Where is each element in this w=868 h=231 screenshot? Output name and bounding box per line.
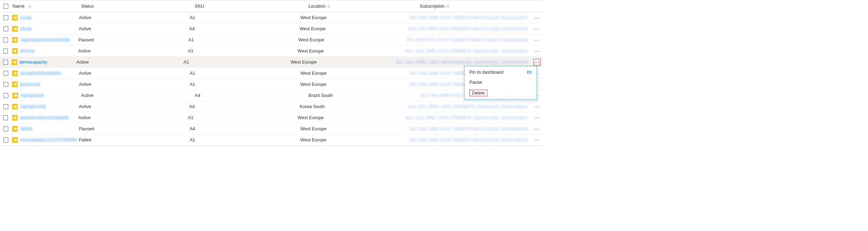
resource-name-link[interactable]: mgmakcomly (20, 104, 46, 109)
row-checkbox[interactable] (3, 15, 8, 20)
row-name-cell: gomescap (11, 82, 79, 87)
resource-name-link[interactable]: capacityapitestdontdelete (20, 37, 71, 42)
more-actions-button[interactable]: ··· (533, 36, 540, 43)
table-row[interactable]: testcapacitys21ss70158084sFailedA1West E… (0, 134, 542, 146)
row-name-cell: mgcapbrazil (12, 93, 81, 98)
resource-name-link[interactable]: a1sap (20, 15, 32, 20)
resource-icon (12, 137, 18, 143)
column-header-status[interactable]: Status (81, 3, 195, 9)
column-header-name[interactable]: Name ↑↓ (12, 3, 81, 9)
row-checkbox-cell (0, 93, 12, 98)
resource-name-link[interactable]: democapacity (19, 59, 47, 65)
row-name-cell: a4sap (11, 26, 79, 32)
table-row[interactable]: mgcapbrazilActiveA4Brazil SouthTest Test… (0, 90, 542, 101)
column-header-status-label: Status (81, 3, 94, 9)
row-status-cell: Active (76, 59, 183, 65)
resource-icon (12, 15, 18, 20)
row-checkbox[interactable] (3, 104, 8, 109)
row-checkbox[interactable] (3, 60, 8, 65)
resource-name-link[interactable]: testcapacitys21ss70158084s (20, 137, 78, 142)
resource-icon (12, 48, 18, 54)
table-row[interactable]: capacityapitestdontdeletePausedA1West Eu… (0, 34, 542, 46)
table-row[interactable]: democapacityActiveA1West Europetest_test… (0, 57, 542, 68)
row-sku-cell: A1 (188, 115, 297, 120)
row-status-cell: Active (79, 104, 189, 109)
row-sku-cell: A4 (189, 26, 300, 31)
resource-name-link[interactable]: mgcapbrazil (20, 93, 44, 98)
row-name-cell: mgmakcomly (11, 104, 79, 109)
row-name-cell: pbiautomationdontdelete (11, 115, 78, 121)
row-sku-cell: A4 (195, 93, 309, 98)
row-status-cell: Active (79, 82, 190, 87)
resource-icon (12, 93, 18, 98)
resource-name-link[interactable]: gomescap (20, 82, 41, 87)
row-sku-cell: A1 (188, 37, 298, 42)
column-header-location[interactable]: Location ↑↓ (309, 3, 420, 9)
column-header-sku[interactable]: SKU (195, 3, 309, 9)
more-actions-button[interactable]: ··· (533, 14, 540, 21)
resource-name-link[interactable]: taibest (20, 126, 33, 131)
row-checkbox[interactable] (3, 71, 8, 76)
resource-name-link[interactable]: a3sapitestdontdelete (20, 71, 61, 76)
row-subscription-cell: test_test_MMI_v5v5_PR08878_westkorea_Sub… (408, 104, 531, 109)
row-status-cell: Active (79, 71, 190, 76)
more-actions-button[interactable]: ··· (533, 48, 540, 55)
table-row[interactable]: a1sapActiveA1West EuropeTest Test MMI v5… (0, 12, 542, 23)
table-row[interactable]: demmaActiveA1West Europetest_test_MMI_v5… (0, 46, 542, 57)
subscription-text: Test Test Red v5v5 Test08878 West Europe… (406, 37, 528, 42)
row-checkbox[interactable] (3, 82, 8, 87)
subscription-text: test_test_MMI_v5v5_PR08878_westkorea_Sub… (408, 104, 528, 109)
row-subscription-cell: test_test_MMI_v5v5_PR08878_westeurope_Su… (405, 115, 531, 120)
row-checkbox[interactable] (3, 49, 8, 53)
more-actions-button[interactable]: ··· (533, 114, 540, 121)
select-all-checkbox[interactable] (3, 4, 8, 9)
table-row[interactable]: taibestPausedA4West EuropeTest Test MMI … (0, 123, 542, 134)
sort-icon: ↑↓ (446, 4, 449, 9)
resource-name-link[interactable]: demma (20, 48, 35, 53)
table-row[interactable]: a3sapitestdontdeleteActiveA1West EuropeT… (0, 68, 542, 79)
table-row[interactable]: pbiautomationdontdeleteActiveA1West Euro… (0, 112, 542, 123)
resource-icon (12, 126, 18, 132)
row-checkbox[interactable] (3, 38, 8, 42)
row-status-cell: Failed (79, 137, 190, 142)
row-actions-cell: ··· (531, 48, 542, 55)
row-sku-cell: A1 (190, 15, 300, 20)
row-subscription-cell: Test Test MMI v5v5 T968878 West Europe S… (409, 15, 531, 20)
resource-name-link[interactable]: pbiautomationdontdelete (20, 115, 69, 120)
menu-item-delete[interactable]: Delete (465, 87, 537, 99)
row-subscription-cell: Test Test Red v5v5 Test08878 West Europe… (406, 37, 531, 42)
table-row[interactable]: a4sapActiveA4West EuropeTest Test MMI v5… (0, 23, 542, 34)
row-actions-cell: ··· (531, 103, 542, 110)
row-location-cell: West Europe (301, 137, 409, 142)
row-status-cell: Active (81, 93, 195, 98)
row-checkbox[interactable] (3, 93, 8, 98)
row-status-cell: Paused (79, 126, 190, 131)
row-subscription-cell: Test Test MMI v5v5 T968878 West Europe S… (409, 137, 531, 142)
more-actions-button[interactable]: ··· (533, 137, 540, 143)
subscription-text: Test Test MMI v5v5 T968878 West Europe S… (409, 126, 528, 131)
more-actions-button[interactable]: ··· (533, 103, 540, 110)
row-location-cell: Korea South (300, 104, 408, 109)
menu-item-pause[interactable]: Pause (465, 77, 537, 87)
resource-name-link[interactable]: a4sap (20, 26, 32, 31)
pin-icon (527, 70, 532, 75)
column-header-subscription[interactable]: Subscription ↑↓ (420, 3, 531, 9)
row-subscription-cell: test_test_MMI_v5v5_PR08878_westeurope_Su… (405, 48, 531, 53)
table-row[interactable]: mgmakcomlyActiveA4Korea Southtest_test_M… (0, 101, 542, 112)
row-location-cell: West Europe (301, 126, 409, 131)
menu-item-pin-label: Pin to dashboard (469, 69, 503, 75)
row-name-cell: a3sapitestdontdelete (11, 71, 79, 76)
menu-item-pin[interactable]: Pin to dashboard (465, 67, 537, 77)
row-checkbox[interactable] (3, 138, 8, 142)
row-location-cell: West Europe (298, 37, 406, 42)
row-actions-cell: ··· (531, 125, 542, 132)
row-checkbox[interactable] (3, 115, 8, 120)
row-status-cell: Active (78, 48, 188, 53)
row-checkbox[interactable] (3, 26, 8, 31)
more-actions-button[interactable]: ··· (533, 25, 540, 32)
row-checkbox-cell (0, 126, 11, 131)
table-row[interactable]: gomescapActiveA1West EuropeTest Test MMI… (0, 79, 542, 90)
more-actions-button[interactable]: ··· (533, 125, 540, 132)
row-checkbox[interactable] (3, 126, 8, 131)
more-actions-button[interactable]: ··· (533, 59, 540, 66)
